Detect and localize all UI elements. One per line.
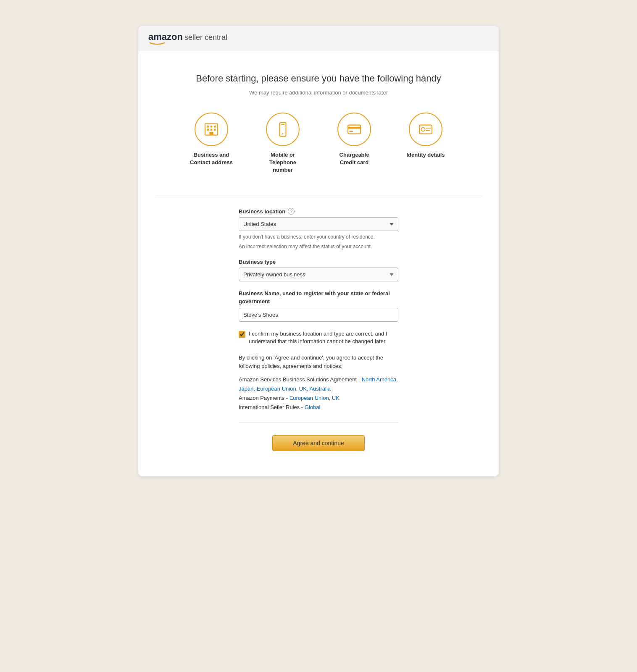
business-location-group: Business location ? United States United… [239,208,398,250]
business-name-input[interactable] [239,308,398,322]
svg-point-9 [282,133,284,134]
agreement-line-3: International Seller Rules - Global [239,403,398,412]
agreement-link-uk[interactable]: UK [299,386,307,392]
business-type-label: Business type [239,259,398,265]
agreement-link-global[interactable]: Global [305,404,321,410]
amazon-smile-icon [149,42,165,45]
business-location-label: Business location ? [239,208,398,215]
section-divider [155,195,482,195]
svg-rect-6 [214,129,216,131]
business-location-help-icon[interactable]: ? [288,208,295,215]
svg-rect-12 [348,127,361,129]
main-content: Before starting, please ensure you have … [138,51,499,476]
icon-item-business-address: Business and Contact address [188,113,234,174]
svg-rect-1 [207,126,209,128]
svg-rect-3 [214,126,216,128]
svg-rect-2 [211,126,213,128]
mobile-icon-circle [266,113,300,146]
agreements-section: By clicking on 'Agree and continue', you… [239,354,398,412]
svg-rect-5 [211,129,213,131]
page-subtitle: We may require additional information or… [155,89,482,96]
business-location-hint1: If you don't have a business, enter your… [239,233,398,241]
phone-icon [275,122,290,137]
svg-rect-7 [210,132,213,135]
business-type-select[interactable]: Privately-owned business Publicly-owned … [239,268,398,281]
header: amazon seller central [138,26,499,51]
agreement-line-2: Amazon Payments - European Union, UK [239,394,398,403]
building-icon [204,122,219,137]
confirm-checkbox-row: I confirm my business location and type … [239,330,398,345]
form-section: Business location ? United States United… [239,208,398,451]
business-name-label: Business Name, used to register with you… [239,290,398,305]
identity-label: Identity details [406,151,445,159]
credit-card-icon [347,122,362,137]
svg-rect-11 [348,125,361,134]
confirm-checkbox[interactable] [239,331,245,338]
icon-item-credit-card: Chargeable Credit card [331,113,377,174]
agreement-line-1: Amazon Services Business Solutions Agree… [239,375,398,394]
mobile-label: Mobile or Telephone number [260,151,306,174]
page-title: Before starting, please ensure you have … [155,72,482,85]
logo-seller-central: seller central [184,33,227,42]
agreement-link-japan[interactable]: Japan [239,386,253,392]
main-card: amazon seller central Before starting, p… [138,25,499,477]
business-location-hint2: An incorrect selection may affect the st… [239,243,398,250]
credit-card-icon-circle [337,113,371,146]
agreements-intro: By clicking on 'Agree and continue', you… [239,354,398,370]
icon-item-mobile: Mobile or Telephone number [260,113,306,174]
bottom-divider [239,422,398,423]
agreement-link-payments-eu[interactable]: European Union [290,395,329,401]
identity-icon-circle [409,113,442,146]
svg-point-15 [421,127,425,131]
agreement-link-payments-uk[interactable]: UK [332,395,340,401]
business-name-group: Business Name, used to register with you… [239,290,398,321]
business-address-icon-circle [195,113,228,146]
icons-row: Business and Contact address Mobile or T… [155,113,482,174]
business-type-group: Business type Privately-owned business P… [239,259,398,281]
svg-rect-4 [207,129,209,131]
svg-rect-13 [349,131,353,132]
agreement-link-eu[interactable]: European Union [257,386,296,392]
logo-amazon: amazon [148,32,183,42]
agree-continue-button[interactable]: Agree and continue [272,435,365,451]
business-address-label: Business and Contact address [188,151,234,166]
agreement-link-australia[interactable]: Australia [309,386,331,392]
credit-card-label: Chargeable Credit card [331,151,377,166]
id-icon [418,122,433,137]
agreement-link-north-america[interactable]: North America [362,376,396,383]
confirm-checkbox-label: I confirm my business location and type … [249,330,398,345]
icon-item-identity: Identity details [403,113,449,174]
business-location-select[interactable]: United States United Kingdom Canada Germ… [239,217,398,231]
